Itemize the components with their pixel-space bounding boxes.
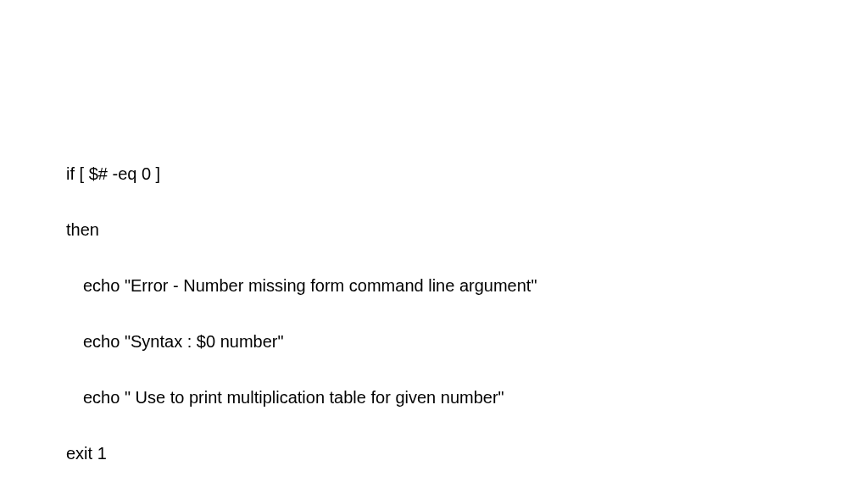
code-line: echo "Syntax : $0 number": [66, 332, 868, 351]
code-line: echo " Use to print multiplication table…: [66, 388, 868, 407]
code-line: if [ $# -eq 0 ]: [66, 164, 868, 183]
shell-script-code: if [ $# -eq 0 ] then echo "Error - Numbe…: [66, 127, 868, 488]
code-line: exit 1: [66, 444, 868, 463]
code-line: then: [66, 220, 868, 239]
code-line: echo "Error - Number missing form comman…: [66, 276, 868, 295]
